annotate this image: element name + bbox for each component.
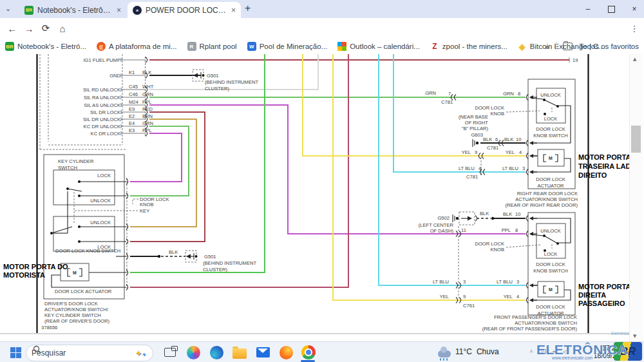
task-view-button[interactable] <box>162 345 178 360</box>
watermark-title: ELETRÔNICA <box>536 342 628 357</box>
all-favorites-folder-icon <box>563 43 573 50</box>
bookmarks-separator <box>556 41 556 52</box>
back-button[interactable]: ← <box>5 21 19 35</box>
diagram-labels: IG1 FUEL PUMPGNDK1BLKSIL RD UNLOCKC45WHT… <box>3 57 636 332</box>
driver-door-assembly <box>44 155 138 299</box>
chrome-button[interactable] <box>301 345 316 360</box>
tab-notebooks[interactable]: BR Notebook's - EletrônicaBR.com × <box>19 2 126 18</box>
scroll-up-icon[interactable]: ▲ <box>633 57 636 62</box>
mail-button[interactable] <box>255 345 270 360</box>
bookmark-label: Notebook's - Eletró... <box>17 43 86 50</box>
taskbar-search[interactable]: Pesquisar ✦✦ <box>26 345 153 361</box>
diagram-driver-title2: SWITCH <box>58 165 77 171</box>
diagram-module-rows-2-wire: WHT <box>142 84 154 90</box>
diagram-notes-driver_motor-0: MOTOR PORTA DO <box>3 263 68 271</box>
diagram-grounds-g603_loc3: "B" PILLAR) <box>462 126 489 131</box>
wiring-diagram: IG1 FUEL PUMPGNDK1BLKSIL RD UNLOCKC45WHT… <box>0 54 644 341</box>
diagram-front-ppl_ln: 11 <box>461 227 466 233</box>
diagram-rear-yel_ln: 9 <box>475 149 477 155</box>
diagram-module-rows-4-pin: M24 <box>129 99 138 105</box>
diagram-notes-rear_motor-2: DIREITO <box>578 171 607 179</box>
diagram-rear-knob2: KNOB <box>490 111 504 117</box>
diagram-module-rows-6-label: SIL DR UNLOCK <box>83 117 120 122</box>
diagram-grounds-g501: G501 <box>207 73 219 79</box>
tab2-close-icon[interactable]: × <box>231 6 236 15</box>
close-button[interactable]: × <box>623 0 644 18</box>
bookmark-label: A plataforma de mi... <box>109 43 176 50</box>
firefox-button[interactable] <box>278 345 294 360</box>
wire-grn-e4 <box>130 126 189 196</box>
diagram-rear-blk_rn: 10 <box>516 137 521 142</box>
forward-button[interactable]: → <box>22 21 36 35</box>
diagram-rear-yel_rn: 4 <box>519 149 522 155</box>
bookmark-pool-mineracao[interactable]: W Pool de Mineração... <box>247 42 327 51</box>
bookmarks-overflow-chevron[interactable]: » <box>545 42 549 52</box>
bookmarks-bar: BR Notebook's - Eletró... (( A plataform… <box>0 39 644 55</box>
scrollbar-thumb[interactable] <box>631 126 641 153</box>
diagram-rear-yel_r: YEL <box>506 149 515 155</box>
diagram-front-switch1: DOOR LOCK <box>536 262 565 267</box>
tab-power-door-locks[interactable]: ≋ POWER DOOR LOCKS – Honda × <box>128 2 241 18</box>
diagram-front-yel_r: YEL <box>504 294 513 300</box>
minimize-button[interactable]: – <box>577 0 599 18</box>
diagram-grounds-g501: G501 <box>204 254 216 260</box>
bookmark-zpool[interactable]: Z zpool - the miners... <box>430 42 507 51</box>
arrow-head <box>529 283 533 287</box>
arrow-head <box>529 232 533 236</box>
diagram-rear-blk_l: BLK <box>483 137 492 142</box>
diagram-module-rows-1-wire: BLK <box>142 70 151 75</box>
reload-button[interactable]: ⟳ <box>39 21 53 35</box>
bookmark-outlook[interactable]: Outlook – calendári... <box>337 42 420 51</box>
diagram-notes-pass_motor-0: MOTOR PORTA <box>578 283 631 291</box>
start-button[interactable] <box>8 345 23 360</box>
file-explorer-button[interactable] <box>232 345 247 360</box>
bookmark-notebooks[interactable]: BR Notebook's - Eletró... <box>5 42 86 51</box>
bookmark-plataforma[interactable]: (( A plataforma de mi... <box>97 42 176 51</box>
vertical-scrollbar[interactable]: ▲ ▼ <box>629 54 643 341</box>
diagram-grounds-g502: G502 <box>437 215 450 221</box>
new-tab-button[interactable]: + <box>245 3 251 14</box>
diagram-driver-unlock: UNLOCK <box>90 198 111 204</box>
scroll-down-icon[interactable]: ▼ <box>633 334 636 339</box>
zpool-icon: Z <box>430 42 439 51</box>
diagram-module-rows-7-label: KC DR UNLOCK <box>84 124 120 129</box>
edge-button[interactable] <box>209 345 224 360</box>
tray-expand-caret[interactable]: ＾ <box>528 348 535 357</box>
diagram-rear-c781: C781 <box>466 174 478 180</box>
diagram-module-rows-3-wire: GRN <box>142 91 153 97</box>
diagram-front-blu_ln: 3 <box>463 279 466 285</box>
diagram-notes-pass_motor-1: DIREITA <box>578 291 606 299</box>
arrow-head <box>529 154 533 158</box>
diagram-front-c761: C761 <box>463 303 475 309</box>
diagram-rear-unlock: UNLOCK <box>540 92 561 98</box>
diagram-front-blu_rn: 3 <box>516 279 519 285</box>
diagram-driver-knob_label2: KNOB <box>140 202 154 207</box>
tab1-close-icon[interactable]: × <box>117 6 121 15</box>
diagram-notes-pass_motor-2: PASSAGEIRO <box>578 300 625 307</box>
diagram-front-caption-0: FRONT PASSENGER'S DOOR LOCK <box>494 314 577 320</box>
home-button[interactable]: ⌂ <box>55 21 70 35</box>
ground-g501-top <box>193 70 205 81</box>
diagram-front-caption-2: (REAR OF FRONT PASSENGER'S DOOR) <box>482 326 578 332</box>
arrow-head <box>529 298 533 302</box>
arrow-head <box>529 216 533 220</box>
weather-widget[interactable]: 11°C Chuva <box>438 341 499 362</box>
diagram-module-rows-6-pin: E2 <box>129 113 135 119</box>
tab-search-icon[interactable]: ⌄ <box>5 5 11 13</box>
copilot-button[interactable] <box>185 345 201 360</box>
maximize-button[interactable] <box>600 0 622 18</box>
diagram-front-motor: M <box>549 287 553 292</box>
tab2-favicon: ≋ <box>133 6 142 15</box>
rplant-icon: R <box>187 42 196 51</box>
ground-g603 <box>473 139 478 147</box>
diagram-front-blk_r: BLK <box>503 211 512 217</box>
diagram-driver-fig_no: 378656 <box>41 325 57 330</box>
all-favorites-label[interactable]: Todos os favoritos <box>579 43 639 50</box>
bookmark-rplant[interactable]: R Rplant pool <box>187 42 237 51</box>
menu-kebab-icon[interactable]: ⋮ <box>627 21 641 35</box>
diagram-grounds-g501_loc1: (BEHIND INSTRUMENT <box>203 260 256 266</box>
diagram-module-rows-8-pin: E3 <box>129 128 135 133</box>
diagram-module-rows-8-wire: PPL <box>142 128 151 133</box>
arrow-head <box>529 170 533 174</box>
arrow-head <box>529 141 533 145</box>
